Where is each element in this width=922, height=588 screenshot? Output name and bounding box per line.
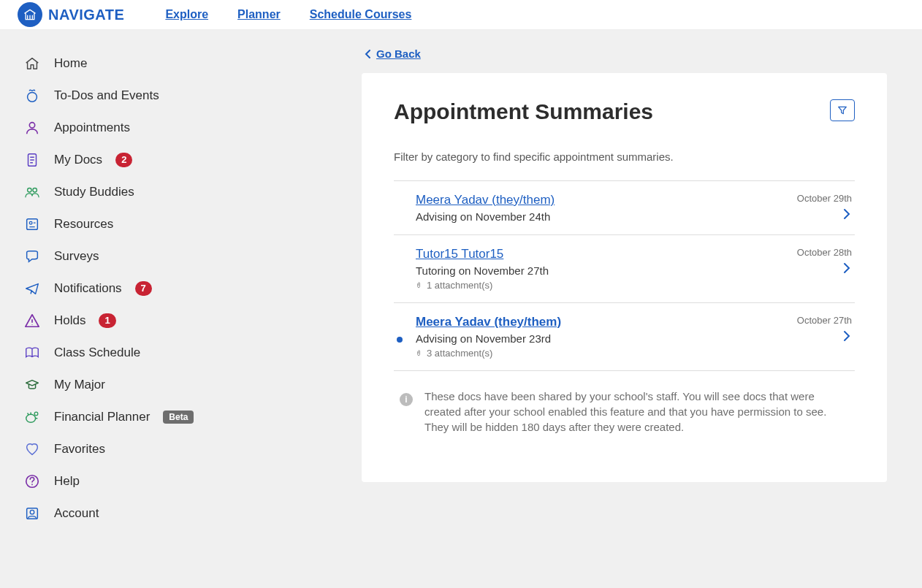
sidebar-item-label: Holds (54, 313, 85, 328)
paperclip-icon (416, 280, 424, 290)
brand-text: NAVIGATE (48, 7, 124, 23)
nav-schedule-courses[interactable]: Schedule Courses (310, 8, 412, 21)
badge-count: 7 (135, 281, 152, 296)
summary-meta: October 27th (797, 315, 852, 342)
summary-attachments: 3 attachment(s) (416, 348, 787, 359)
summary-subtitle: Advising on November 24th (416, 210, 787, 223)
summary-meta: October 28th (797, 247, 852, 274)
filter-button[interactable] (830, 99, 855, 121)
svg-point-4 (33, 188, 37, 193)
favorites-icon (23, 440, 41, 458)
summary-attachments: 1 attachment(s) (416, 280, 787, 291)
summary-body: Tutor15 Tutor15Tutoring on November 27th… (416, 247, 787, 291)
summaries-card: Appointment Summaries Filter by category… (362, 73, 887, 482)
nav-explore[interactable]: Explore (165, 8, 208, 21)
sidebar-item-label: My Major (54, 378, 105, 392)
svg-rect-5 (27, 219, 38, 230)
mymajor-icon (23, 376, 41, 394)
holds-icon (23, 312, 41, 329)
info-text: These docs have been shared by your scho… (424, 386, 855, 435)
sidebar-item-mydocs[interactable]: My Docs2 (23, 144, 344, 176)
beta-badge: Beta (163, 411, 194, 424)
sidebar-item-favorites[interactable]: Favorites (23, 433, 344, 465)
summary-subtitle: Tutoring on November 27th (416, 264, 787, 277)
sidebar-item-label: Home (54, 56, 87, 71)
sidebar-item-holds[interactable]: Holds1 (23, 305, 344, 337)
badge-count: 1 (99, 313, 115, 328)
go-back-link[interactable]: Go Back (365, 47, 421, 60)
sidebar: HomeTo-Dos and EventsAppointmentsMy Docs… (0, 30, 362, 588)
main-content: Go Back Appointment Summaries Filter by … (362, 30, 922, 588)
account-icon (23, 505, 41, 522)
summary-advisor-link[interactable]: Tutor15 Tutor15 (416, 247, 503, 261)
summary-advisor-link[interactable]: Meera Yadav (they/them) (416, 315, 561, 329)
classschedule-icon (23, 344, 41, 362)
sidebar-item-label: Financial Planner (54, 410, 150, 424)
summary-body: Meera Yadav (they/them)Advising on Novem… (416, 315, 787, 359)
sidebar-item-todos[interactable]: To-Dos and Events (23, 80, 344, 112)
financialplanner-icon (23, 408, 41, 426)
notifications-icon (23, 280, 41, 297)
appointments-icon (23, 119, 41, 137)
nav-planner[interactable]: Planner (237, 8, 281, 21)
summary-row[interactable]: Tutor15 Tutor15Tutoring on November 27th… (394, 235, 855, 303)
sidebar-item-help[interactable]: Help (23, 465, 344, 497)
attachment-count: 3 attachment(s) (427, 348, 492, 359)
svg-point-8 (34, 412, 38, 416)
sidebar-item-home[interactable]: Home (23, 47, 344, 80)
unread-indicator-col (394, 315, 405, 343)
svg-point-0 (28, 92, 37, 102)
sidebar-item-label: Favorites (54, 442, 105, 457)
attachment-count: 1 attachment(s) (427, 280, 492, 291)
todos-icon (23, 87, 41, 104)
sidebar-item-label: Account (54, 506, 99, 521)
sidebar-item-notifications[interactable]: Notifications7 (23, 272, 344, 305)
paperclip-icon (416, 348, 424, 358)
brand-icon (18, 2, 42, 27)
brand-logo[interactable]: NAVIGATE (18, 2, 124, 27)
unread-indicator-col (394, 193, 405, 215)
unread-indicator-col (394, 247, 405, 269)
filter-icon (837, 104, 848, 116)
sidebar-item-financialplanner[interactable]: Financial PlannerBeta (23, 401, 344, 433)
sidebar-item-label: Notifications (54, 281, 122, 296)
sidebar-item-surveys[interactable]: Surveys (23, 240, 344, 272)
svg-point-7 (26, 414, 36, 422)
filter-caption: Filter by category to find specific appo… (394, 150, 855, 163)
svg-point-11 (30, 510, 34, 514)
sidebar-item-account[interactable]: Account (23, 497, 344, 530)
unread-dot-icon (397, 337, 403, 343)
sidebar-item-label: Study Buddies (54, 185, 134, 199)
sidebar-item-appointments[interactable]: Appointments (23, 112, 344, 144)
info-block: i These docs have been shared by your sc… (394, 371, 855, 435)
sidebar-item-studybuddies[interactable]: Study Buddies (23, 176, 344, 208)
help-icon (23, 473, 41, 490)
summary-row[interactable]: Meera Yadav (they/them)Advising on Novem… (394, 181, 855, 235)
page-title: Appointment Summaries (394, 99, 653, 124)
svg-point-3 (28, 188, 32, 193)
chevron-right-icon (842, 208, 852, 220)
surveys-icon (23, 248, 41, 265)
topbar: NAVIGATE Explore Planner Schedule Course… (0, 0, 922, 30)
sidebar-item-label: Resources (54, 217, 113, 232)
sidebar-item-resources[interactable]: Resources (23, 208, 344, 240)
sidebar-item-label: Appointments (54, 121, 130, 135)
summary-advisor-link[interactable]: Meera Yadav (they/them) (416, 193, 555, 207)
summary-subtitle: Advising on November 23rd (416, 332, 787, 345)
summary-date: October 29th (797, 193, 852, 204)
home-icon (23, 55, 41, 72)
svg-point-1 (29, 123, 34, 128)
summary-date: October 28th (797, 247, 852, 258)
chevron-right-icon (842, 262, 852, 274)
sidebar-item-classschedule[interactable]: Class Schedule (23, 337, 344, 369)
svg-point-6 (29, 221, 32, 224)
chevron-right-icon (842, 330, 852, 342)
summary-list: Meera Yadav (they/them)Advising on Novem… (394, 180, 855, 371)
studybuddies-icon (23, 183, 41, 201)
summary-date: October 27th (797, 315, 852, 326)
resources-icon (23, 215, 41, 233)
summary-row[interactable]: Meera Yadav (they/them)Advising on Novem… (394, 303, 855, 371)
summary-meta: October 29th (797, 193, 852, 220)
go-back-label: Go Back (376, 47, 421, 60)
sidebar-item-mymajor[interactable]: My Major (23, 369, 344, 401)
